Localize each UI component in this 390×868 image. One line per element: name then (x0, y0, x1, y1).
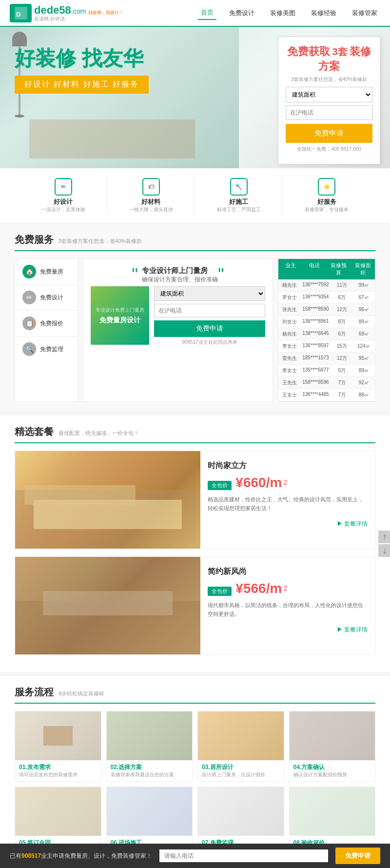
logo: D dede58 .com 装潢网·好评清 我家网，我家行！ (10, 4, 123, 22)
row0-owner: 顾先生 (278, 279, 300, 291)
feature-design-desc: 一流设计，实景体验 (41, 206, 85, 213)
scroll-down-btn[interactable]: ↓ (378, 544, 390, 557)
free-item-design[interactable]: ✏ 免费设计 (15, 285, 78, 311)
row7-area: 89㎡ (353, 365, 375, 376)
row7-phone: 135****6677 (300, 365, 331, 376)
row1-budget: 6万 (331, 292, 353, 303)
row5-budget: 15万 (331, 340, 353, 352)
row2-phone: 158****8590 (300, 304, 331, 316)
process-img-3 (198, 711, 284, 760)
bottom-bar-phone-input[interactable] (159, 849, 328, 862)
scroll-up-btn[interactable]: ↑ (378, 531, 390, 543)
row7-owner: 李女士 (278, 365, 300, 376)
row8-phone: 158****8596 (300, 377, 331, 389)
free-supervise-label: 免费监理 (40, 345, 63, 354)
row2-area: 96㎡ (353, 304, 375, 316)
nav-item-manager[interactable]: 装修管家 (349, 7, 380, 20)
table-header: 业主 电话 装修预算 装修面积 (278, 259, 375, 279)
free-phone-input[interactable] (154, 304, 265, 317)
row2-owner: 张先生 (278, 304, 300, 316)
service-slogan1: 专业设计师上门量房 (142, 266, 218, 276)
free-item-measure[interactable]: 🏠 免费量房 (15, 259, 78, 285)
row5-phone: 136****8597 (300, 340, 331, 352)
process-item-3: 03.居所设计 设计师上门量房，出设计报价 (197, 711, 284, 782)
package-badge-2: 全包价 (208, 587, 232, 596)
free-design-icon: ✏ (22, 291, 36, 304)
package-name-1: 时尚家立方 (208, 461, 368, 471)
process-img-2 (107, 711, 193, 760)
free-submit-btn[interactable]: 免费申请 (154, 320, 265, 337)
row9-budget: 7万 (331, 389, 353, 401)
row9-phone: 136****4485 (300, 389, 331, 401)
package-detail-link-1[interactable]: ▶ 套餐详情 (208, 520, 368, 528)
feature-service-desc: 装修管家，专业服务 (305, 206, 349, 213)
package-desc-2: 现代都市风格，以简洁的线条，合理的布局，人性化的设计使您住空间更舒适。 (208, 601, 368, 618)
process-num-3: 03.居所设计 (202, 763, 280, 771)
free-form-note: 908517业主在此同品询单 (154, 339, 265, 346)
process-title: 服务流程 (15, 686, 54, 699)
package-detail-link-2[interactable]: ▶ 套餐详情 (208, 626, 368, 634)
package-img-2 (15, 557, 200, 654)
col-phone: 电话 (303, 259, 327, 279)
table-row: 顾先生 136****7592 11万 99㎡ (278, 279, 375, 292)
row4-phone: 138****6645 (300, 328, 331, 340)
banner-form-desc: 3套装修方案任您选，省40%装修款 (286, 76, 372, 83)
design-promo-label: 免费量房设计 (99, 316, 140, 325)
banner-form: 免费获取 3套 装修方案 3套装修方案任您选，省40%装修款 建筑面积 50㎡以… (278, 37, 380, 164)
row4-budget: 6万 (331, 328, 353, 340)
nav-item-design[interactable]: 免费设计 (226, 7, 257, 20)
feature-construction: 🔧 好施工 标准工艺，严用监工 (195, 176, 283, 216)
package-price-sup-2: 2 (284, 584, 288, 592)
row8-owner: 王先生 (278, 377, 300, 389)
banner-area-select[interactable]: 建筑面积 50㎡以下 50-80㎡ 80-100㎡ 100-150㎡ 150㎡以… (286, 87, 372, 102)
row0-phone: 136****7592 (300, 279, 331, 291)
package-room-img-2 (15, 557, 200, 654)
service-slogan2: 确保设计方案合理、报价准确 (142, 276, 218, 284)
row5-owner: 李女士 (278, 340, 300, 352)
banner-phone-input[interactable] (286, 105, 372, 120)
process-img-8 (290, 787, 375, 836)
packages-header: 精选套餐 最优配置，绝无漏项，一价全包！ (15, 425, 375, 443)
package-info-1: 时尚家立方 全包价 ¥660/m 2 精选品质建材，性价比之王，大气、经典的设计… (200, 451, 375, 549)
banner-hotline: 全国统一免费：400 8617 000 (286, 146, 372, 153)
nav-item-home[interactable]: 首页 (198, 6, 216, 20)
package-img-1 (15, 451, 200, 549)
free-service-left: 🏠 免费量房 ✏ 免费设计 📋 免费报价 🔍 免费监理 (15, 258, 78, 402)
free-item-supervise[interactable]: 🔍 免费监理 (15, 336, 78, 362)
feature-material-name: 好材料 (141, 197, 160, 206)
process-grid: 01.发布需求 填写信息发布您的装修需求 02.选择方案 装修管家推荐最适合您的… (15, 711, 375, 857)
nav-item-experience[interactable]: 装修经验 (308, 7, 339, 20)
feature-design-icon: ✏ (55, 178, 72, 196)
free-supervise-icon: 🔍 (22, 342, 36, 356)
process-text-4: 确认设计方案配报价预算 (293, 771, 371, 778)
row1-area: 67㎡ (353, 292, 375, 303)
bottom-bar-input-wrapper (159, 849, 328, 862)
free-area-select[interactable]: 建筑面积 (154, 286, 265, 301)
banner-submit-btn[interactable]: 免费申请 (286, 124, 372, 143)
row3-area: 88㎡ (353, 316, 375, 328)
bottom-bar-submit-btn[interactable]: 免费申请 (335, 848, 380, 864)
process-sub: 8步轻松搞定装修标 (58, 690, 104, 697)
free-service-sub: 3套装修方案任您选，省40%装修款 (58, 237, 142, 245)
process-header: 服务流程 8步轻松搞定装修标 (15, 686, 375, 704)
process-img-6 (107, 787, 193, 836)
process-img-4 (290, 711, 375, 760)
header: D dede58 .com 装潢网·好评清 我家网，我家行！ 首页 免费设计 装… (0, 0, 390, 27)
free-design-label: 免费设计 (40, 294, 63, 302)
feature-design: ✏ 好设计 一流设计，实景体验 (20, 176, 107, 216)
feature-service-name: 好服务 (317, 197, 336, 206)
nav-item-gallery[interactable]: 装修美图 (267, 7, 298, 20)
free-item-quote[interactable]: 📋 免费报价 (15, 311, 78, 336)
main-nav: 首页 免费设计 装修美图 装修经验 装修管家 (198, 6, 380, 20)
feature-service: ⭐ 好服务 装修管家，专业服务 (283, 176, 370, 216)
process-num-1: 01.发布需求 (19, 763, 97, 771)
process-text-1: 填写信息发布您的装修需求 (19, 771, 97, 778)
free-measure-label: 免费量房 (40, 268, 63, 276)
free-service-header: 免费服务 3套装修方案任您选，省40%装修款 (15, 233, 375, 251)
free-service-section: 免费服务 3套装修方案任您选，省40%装修款 🏠 免费量房 ✏ 免费设计 📋 免… (0, 223, 390, 412)
process-text-2: 装修管家推荐最适合您的方案 (111, 771, 189, 778)
row6-budget: 12万 (331, 353, 353, 364)
banner-form-highlight: 3套 (332, 46, 347, 57)
free-service-mid: " 专业设计师上门量房 确保设计方案合理、报价准确 " 专业设计免费上门量房 免… (83, 258, 273, 402)
package-item-2: 简约新风尚 全包价 ¥566/m 2 现代都市风格，以简洁的线条，合理的布局，人… (15, 556, 375, 655)
